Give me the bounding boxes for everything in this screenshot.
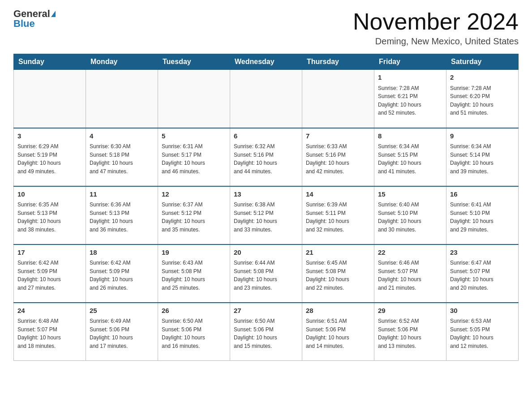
- calendar-cell: 22Sunrise: 6:46 AMSunset: 5:07 PMDayligh…: [374, 244, 446, 303]
- calendar-week-row: 24Sunrise: 6:48 AMSunset: 5:07 PMDayligh…: [14, 303, 519, 361]
- calendar-cell: 20Sunrise: 6:44 AMSunset: 5:08 PMDayligh…: [230, 244, 302, 303]
- day-number: 22: [378, 248, 442, 258]
- calendar-week-row: 17Sunrise: 6:42 AMSunset: 5:09 PMDayligh…: [14, 244, 519, 303]
- calendar-cell: 11Sunrise: 6:36 AMSunset: 5:13 PMDayligh…: [86, 186, 158, 244]
- day-number: 28: [306, 306, 370, 316]
- day-info: Sunrise: 6:50 AMSunset: 5:06 PMDaylight:…: [234, 317, 298, 350]
- day-info: Sunrise: 6:37 AMSunset: 5:12 PMDaylight:…: [162, 201, 226, 234]
- day-info: Sunrise: 6:35 AMSunset: 5:13 PMDaylight:…: [17, 201, 82, 234]
- day-number: 11: [90, 189, 154, 200]
- calendar-cell: 13Sunrise: 6:38 AMSunset: 5:12 PMDayligh…: [230, 186, 302, 244]
- page-header: General Blue November 2024 Deming, New M…: [13, 9, 519, 47]
- calendar-cell: [302, 70, 374, 128]
- day-info: Sunrise: 6:42 AMSunset: 5:09 PMDaylight:…: [17, 259, 82, 292]
- day-info: Sunrise: 6:50 AMSunset: 5:06 PMDaylight:…: [162, 317, 226, 350]
- calendar-header-monday: Monday: [86, 54, 158, 70]
- day-info: Sunrise: 6:32 AMSunset: 5:16 PMDaylight:…: [234, 142, 298, 176]
- day-number: 12: [162, 189, 226, 200]
- logo-general-text: General: [13, 9, 50, 19]
- calendar-cell: 26Sunrise: 6:50 AMSunset: 5:06 PMDayligh…: [158, 303, 230, 361]
- logo-triangle-icon: [51, 11, 56, 17]
- calendar-cell: 24Sunrise: 6:48 AMSunset: 5:07 PMDayligh…: [14, 303, 86, 361]
- day-number: 8: [378, 131, 442, 141]
- calendar-cell: 21Sunrise: 6:45 AMSunset: 5:08 PMDayligh…: [302, 244, 374, 303]
- calendar-cell: [86, 70, 158, 128]
- calendar-cell: 27Sunrise: 6:50 AMSunset: 5:06 PMDayligh…: [230, 303, 302, 361]
- day-info: Sunrise: 6:49 AMSunset: 5:06 PMDaylight:…: [90, 317, 154, 350]
- day-number: 29: [378, 306, 442, 316]
- calendar-cell: 6Sunrise: 6:32 AMSunset: 5:16 PMDaylight…: [230, 128, 302, 186]
- day-number: 14: [306, 189, 370, 200]
- day-info: Sunrise: 6:51 AMSunset: 5:06 PMDaylight:…: [306, 317, 370, 350]
- day-info: Sunrise: 6:47 AMSunset: 5:07 PMDaylight:…: [450, 259, 515, 292]
- calendar-cell: 16Sunrise: 6:41 AMSunset: 5:10 PMDayligh…: [446, 186, 519, 244]
- day-info: Sunrise: 6:39 AMSunset: 5:11 PMDaylight:…: [306, 201, 370, 234]
- calendar-cell: 28Sunrise: 6:51 AMSunset: 5:06 PMDayligh…: [302, 303, 374, 361]
- calendar-cell: [14, 70, 86, 128]
- day-info: Sunrise: 6:34 AMSunset: 5:14 PMDaylight:…: [450, 142, 515, 176]
- day-number: 7: [306, 131, 370, 141]
- day-number: 10: [17, 189, 82, 200]
- day-number: 4: [90, 131, 154, 141]
- calendar-header-row: SundayMondayTuesdayWednesdayThursdayFrid…: [14, 54, 519, 70]
- calendar-header-tuesday: Tuesday: [158, 54, 230, 70]
- day-info: Sunrise: 6:44 AMSunset: 5:08 PMDaylight:…: [234, 259, 298, 292]
- calendar-cell: 17Sunrise: 6:42 AMSunset: 5:09 PMDayligh…: [14, 244, 86, 303]
- day-number: 6: [234, 131, 298, 141]
- calendar-cell: 1Sunrise: 7:28 AMSunset: 6:21 PMDaylight…: [374, 70, 446, 128]
- calendar-table: SundayMondayTuesdayWednesdayThursdayFrid…: [13, 54, 519, 361]
- day-info: Sunrise: 6:48 AMSunset: 5:07 PMDaylight:…: [17, 317, 82, 350]
- day-number: 21: [306, 248, 370, 258]
- calendar-week-row: 1Sunrise: 7:28 AMSunset: 6:21 PMDaylight…: [14, 70, 519, 128]
- day-number: 2: [450, 73, 515, 83]
- day-number: 3: [17, 131, 82, 141]
- day-number: 15: [378, 189, 442, 200]
- day-info: Sunrise: 6:34 AMSunset: 5:15 PMDaylight:…: [378, 142, 442, 176]
- day-info: Sunrise: 6:33 AMSunset: 5:16 PMDaylight:…: [306, 142, 370, 176]
- day-number: 27: [234, 306, 298, 316]
- day-info: Sunrise: 6:43 AMSunset: 5:08 PMDaylight:…: [162, 259, 226, 292]
- day-number: 18: [90, 248, 154, 258]
- calendar-week-row: 10Sunrise: 6:35 AMSunset: 5:13 PMDayligh…: [14, 186, 519, 244]
- day-info: Sunrise: 6:41 AMSunset: 5:10 PMDaylight:…: [450, 201, 515, 234]
- calendar-cell: 19Sunrise: 6:43 AMSunset: 5:08 PMDayligh…: [158, 244, 230, 303]
- calendar-cell: [158, 70, 230, 128]
- day-info: Sunrise: 6:40 AMSunset: 5:10 PMDaylight:…: [378, 201, 442, 234]
- calendar-cell: 18Sunrise: 6:42 AMSunset: 5:09 PMDayligh…: [86, 244, 158, 303]
- day-number: 20: [234, 248, 298, 258]
- calendar-cell: 23Sunrise: 6:47 AMSunset: 5:07 PMDayligh…: [446, 244, 519, 303]
- calendar-cell: 25Sunrise: 6:49 AMSunset: 5:06 PMDayligh…: [86, 303, 158, 361]
- calendar-header-thursday: Thursday: [302, 54, 374, 70]
- day-number: 17: [17, 248, 82, 258]
- day-info: Sunrise: 7:28 AMSunset: 6:20 PMDaylight:…: [450, 84, 515, 117]
- calendar-cell: 14Sunrise: 6:39 AMSunset: 5:11 PMDayligh…: [302, 186, 374, 244]
- calendar-cell: 5Sunrise: 6:31 AMSunset: 5:17 PMDaylight…: [158, 128, 230, 186]
- day-info: Sunrise: 6:53 AMSunset: 5:05 PMDaylight:…: [450, 317, 515, 350]
- calendar-cell: 9Sunrise: 6:34 AMSunset: 5:14 PMDaylight…: [446, 128, 519, 186]
- day-number: 26: [162, 306, 226, 316]
- calendar-cell: [230, 70, 302, 128]
- day-number: 13: [234, 189, 298, 200]
- day-number: 9: [450, 131, 515, 141]
- day-number: 19: [162, 248, 226, 258]
- day-info: Sunrise: 7:28 AMSunset: 6:21 PMDaylight:…: [378, 84, 442, 117]
- calendar-cell: 4Sunrise: 6:30 AMSunset: 5:18 PMDaylight…: [86, 128, 158, 186]
- day-number: 25: [90, 306, 154, 316]
- day-info: Sunrise: 6:31 AMSunset: 5:17 PMDaylight:…: [162, 142, 226, 176]
- calendar-cell: 3Sunrise: 6:29 AMSunset: 5:19 PMDaylight…: [14, 128, 86, 186]
- calendar-header-wednesday: Wednesday: [230, 54, 302, 70]
- title-block: November 2024 Deming, New Mexico, United…: [353, 9, 519, 47]
- calendar-cell: 2Sunrise: 7:28 AMSunset: 6:20 PMDaylight…: [446, 70, 519, 128]
- calendar-cell: 30Sunrise: 6:53 AMSunset: 5:05 PMDayligh…: [446, 303, 519, 361]
- calendar-cell: 12Sunrise: 6:37 AMSunset: 5:12 PMDayligh…: [158, 186, 230, 244]
- calendar-week-row: 3Sunrise: 6:29 AMSunset: 5:19 PMDaylight…: [14, 128, 519, 186]
- calendar-cell: 7Sunrise: 6:33 AMSunset: 5:16 PMDaylight…: [302, 128, 374, 186]
- day-info: Sunrise: 6:30 AMSunset: 5:18 PMDaylight:…: [90, 142, 154, 176]
- calendar-cell: 10Sunrise: 6:35 AMSunset: 5:13 PMDayligh…: [14, 186, 86, 244]
- day-info: Sunrise: 6:38 AMSunset: 5:12 PMDaylight:…: [234, 201, 298, 234]
- day-number: 1: [378, 73, 442, 83]
- calendar-header-sunday: Sunday: [14, 54, 86, 70]
- day-info: Sunrise: 6:29 AMSunset: 5:19 PMDaylight:…: [17, 142, 82, 176]
- page-title: November 2024: [353, 9, 519, 34]
- calendar-header-saturday: Saturday: [446, 54, 519, 70]
